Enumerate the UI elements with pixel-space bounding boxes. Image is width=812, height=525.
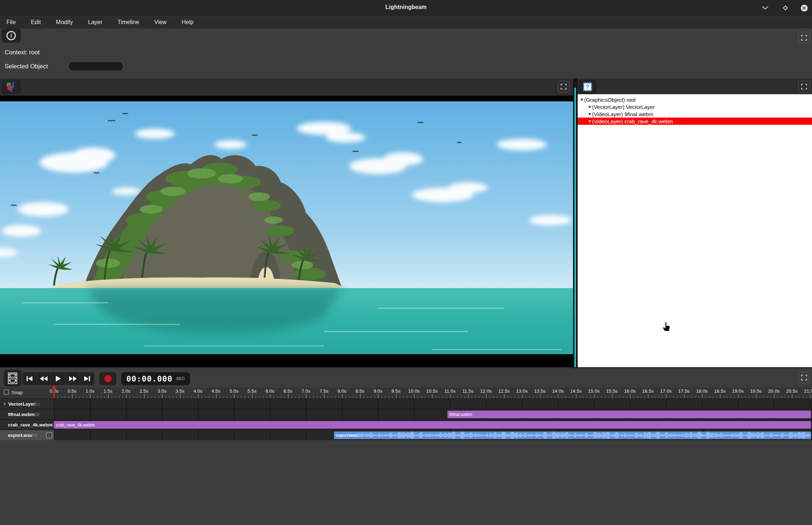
ruler-major-tick (396, 394, 397, 398)
ruler-minor-tick (371, 396, 371, 398)
chevron-down-icon (761, 4, 770, 12)
ruler-minor-tick (83, 396, 84, 398)
track-label[interactable]: 9final.webm[S] (0, 409, 54, 419)
timeline-clip[interactable]: 9final.webm (447, 411, 811, 418)
inspector-expand-button[interactable] (798, 32, 810, 44)
tree-item[interactable]: ▼(GraphicsObject) root (578, 96, 812, 103)
ruler-minor-tick (205, 396, 206, 398)
selected-object-input[interactable] (69, 62, 123, 70)
minimize-button[interactable] (761, 4, 770, 12)
rewind-button[interactable] (37, 372, 51, 385)
ruler-major-tick (90, 394, 91, 398)
menu-item-edit[interactable]: Edit (29, 18, 43, 26)
collapse-arrow-icon[interactable]: ▼ (588, 112, 592, 116)
ruler-minor-tick (752, 396, 753, 398)
collapse-arrow-icon[interactable]: ▼ (588, 119, 592, 123)
ruler-time-label: 7.5s (320, 388, 329, 394)
track-label[interactable]: ▼VectorLayer[L] (0, 399, 54, 409)
ruler-minor-tick (615, 396, 616, 398)
ruler-minor-tick (137, 396, 137, 398)
stage-canvas[interactable] (0, 96, 573, 367)
skip-to-start-button[interactable] (22, 372, 37, 385)
ruler-minor-tick (248, 396, 249, 398)
collapse-arrow-icon[interactable]: ▼ (580, 97, 584, 102)
close-button[interactable]: ✕ (800, 4, 808, 12)
ruler-minor-tick (130, 396, 130, 398)
track-type-badge: [A] (32, 433, 37, 437)
menu-item-layer[interactable]: Layer (86, 18, 104, 26)
timeline-expand-button[interactable] (798, 372, 810, 383)
ruler-minor-tick (605, 396, 605, 398)
stage-expand-button[interactable] (558, 81, 569, 92)
tree-item[interactable]: ▼(VideoLayer) 9final.webm (578, 110, 812, 118)
maximize-button[interactable] (781, 4, 790, 12)
ruler-time-label: 4.5s (212, 388, 221, 394)
inspector-tab[interactable]: i (1, 28, 21, 43)
ruler-time-label: 17.0s (660, 388, 672, 394)
ruler-time-label: 5.5s (248, 388, 257, 394)
ruler-major-tick (684, 394, 685, 398)
diamond-icon (781, 4, 790, 12)
ruler-minor-tick (641, 396, 641, 398)
tree-expand-button[interactable] (798, 81, 810, 92)
tree-tab[interactable]: ? (578, 79, 596, 94)
ruler-time-label: 5.0s (230, 388, 239, 394)
ruler-time-label: 2.0s (122, 388, 131, 394)
inspector-panel: i Context: root Selected Object (0, 28, 812, 78)
menu-item-view[interactable]: View (152, 18, 168, 26)
skip-to-end-icon (84, 376, 91, 382)
snap-checkbox[interactable] (4, 389, 9, 395)
menu-item-file[interactable]: File (4, 18, 18, 26)
track-label[interactable]: export.wav[A]- (0, 430, 54, 440)
ruler-major-tick (648, 394, 649, 398)
track-toggle-button[interactable]: - (46, 432, 52, 438)
tree-item[interactable]: ▼(VectorLayer) VectorLayer (578, 103, 812, 110)
ruler-minor-tick (310, 396, 310, 398)
window-title: Lightningbeam (0, 4, 812, 10)
track-name: export.wav (8, 433, 32, 438)
ruler-minor-tick (644, 396, 645, 398)
tree-item[interactable]: ▼(VideoLayer) crab_rave_4k.webm (578, 118, 812, 125)
skip-to-end-button[interactable] (80, 372, 94, 385)
ruler-minor-tick (457, 396, 458, 398)
track-label[interactable]: crab_rave_4k.webm[S] (0, 420, 54, 430)
collapse-arrow-icon[interactable]: ▼ (588, 105, 592, 109)
panel-divider[interactable] (573, 78, 578, 368)
timeline-clip[interactable]: export.wav (334, 432, 811, 439)
ruler-time-label: 16.5s (642, 388, 654, 394)
ruler-minor-tick (777, 396, 778, 398)
fast-forward-icon (69, 376, 77, 382)
ruler-time-label: 11.0s (445, 388, 456, 394)
timeline-clip[interactable]: crab_rave_4k.webm (54, 421, 811, 429)
ruler-minor-tick (443, 396, 443, 398)
clip-label: crab_rave_4k.webm (54, 423, 95, 428)
ruler-time-label: 0.5s (68, 388, 77, 394)
fast-forward-button[interactable] (66, 372, 80, 385)
ruler-time-label: 20.5s (786, 388, 798, 394)
ruler-major-tick (414, 394, 415, 398)
menu-item-timeline[interactable]: Timeline (116, 18, 141, 26)
play-button[interactable] (51, 372, 66, 385)
ruler-minor-tick (767, 396, 767, 398)
ruler-time-label: 19.5s (750, 388, 762, 394)
ruler-minor-tick (155, 396, 155, 398)
ruler-minor-tick (691, 396, 692, 398)
tree-item-label: (VideoLayer) crab_rave_4k.webm (592, 118, 673, 124)
ruler-minor-tick (79, 396, 80, 398)
timeline-ruler[interactable]: Snap 0.0s0.5s1.0s1.5s2.0s2.5s3.0s3.5s4.0… (0, 388, 812, 398)
menu-item-modify[interactable]: Modify (54, 18, 75, 26)
menu-item-help[interactable]: Help (180, 18, 196, 26)
record-button[interactable] (99, 372, 116, 385)
tree-item-label: (GraphicsObject) root (584, 97, 636, 103)
timeline-tab[interactable] (4, 370, 22, 387)
info-icon: i (6, 31, 16, 40)
ruler-minor-tick (677, 396, 677, 398)
track-type-badge: [L] (35, 402, 39, 406)
ruler-time-label: 20.0s (768, 388, 780, 394)
ruler-minor-tick (349, 396, 350, 398)
ruler-minor-tick (133, 396, 134, 398)
stage-tab[interactable] (1, 79, 21, 94)
ruler-minor-tick (795, 396, 796, 398)
ruler-time-label: 11.5s (463, 388, 474, 394)
track-collapse-arrow-icon[interactable]: ▼ (3, 402, 6, 406)
